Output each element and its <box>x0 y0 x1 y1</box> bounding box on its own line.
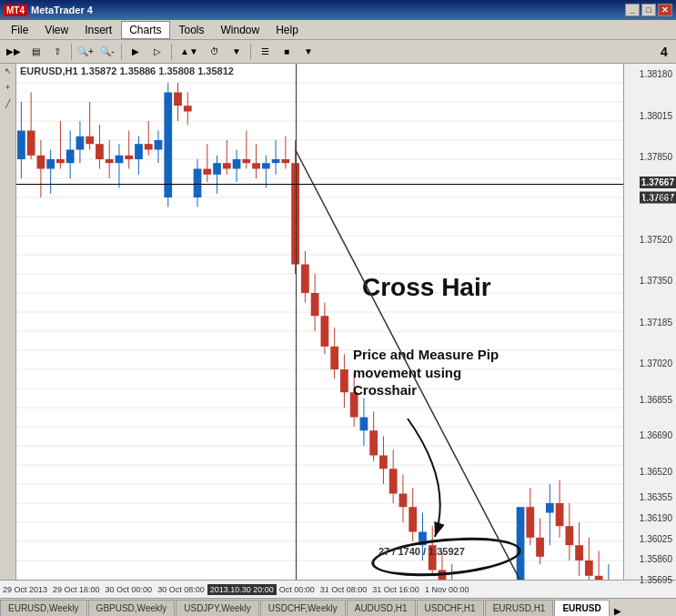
app-icon: MT4 <box>4 5 27 16</box>
toolbar-btn-3[interactable]: ⇧ <box>47 43 67 61</box>
time-label-highlight: 2013.10.30 20:00 <box>207 584 277 595</box>
chart-low: 1.35812 <box>197 66 234 76</box>
toolbar-btn-1[interactable]: ▶▶ <box>4 43 24 61</box>
tab-3[interactable]: USDCHF,Weekly <box>260 600 346 616</box>
price-label-1.36355: 1.36355 <box>640 492 674 502</box>
toolbar-btn-2[interactable]: ▤ <box>25 43 45 61</box>
toolbar-btn-10[interactable]: ■ <box>277 43 297 61</box>
time-label-3: 30 Oct 08:00 <box>155 585 207 594</box>
price-label-1.36690: 1.36690 <box>640 430 674 440</box>
toolbar-btn-9[interactable]: ☰ <box>255 43 275 61</box>
current-price-label: 1.37667 <box>640 177 676 188</box>
menu-view[interactable]: View <box>37 22 76 38</box>
price-label-1.37520: 1.37520 <box>640 234 674 244</box>
app-title: MetaTrader 4 <box>31 5 93 15</box>
price-label-1.35860: 1.35860 <box>640 554 674 564</box>
chart-bid: 1.35872 <box>81 66 117 76</box>
price-label-1.37185: 1.37185 <box>640 317 674 327</box>
price-label-1.37350: 1.37350 <box>640 276 674 286</box>
left-btn-crosshair[interactable]: + <box>1 83 15 97</box>
pip-value: 27 / 1740 / 1.35927 <box>378 546 465 557</box>
toolbar-btn-5[interactable]: ▷ <box>147 43 167 61</box>
time-label-2: 30 Oct 00:00 <box>103 585 156 594</box>
toolbar-sep-3 <box>171 44 172 60</box>
menu-charts[interactable]: Charts <box>121 21 169 39</box>
toolbar-btn-right[interactable]: 4 <box>656 43 672 61</box>
price-label-1.37685: 1.37685 <box>640 193 674 203</box>
tab-1[interactable]: GBPUSD,Weekly <box>88 600 176 616</box>
menu-help[interactable]: Help <box>268 22 306 38</box>
menu-file[interactable]: File <box>4 22 35 38</box>
chart-symbol: EURUSD,H1 <box>20 66 78 76</box>
toolbar-btn-8[interactable]: ▼ <box>227 43 247 61</box>
time-label-7: 31 Oct 16:00 <box>369 585 422 594</box>
tab-0[interactable]: EURUSD,Weekly <box>0 600 87 616</box>
price-label-1.38015: 1.38015 <box>640 110 674 120</box>
chart-header: EURUSD,H1 1.35872 1.35886 1.35808 1.3581… <box>20 66 234 76</box>
chart-area[interactable]: EURUSD,H1 1.35872 1.35886 1.35808 1.3581… <box>16 64 623 580</box>
price-label-1.36520: 1.36520 <box>640 466 674 476</box>
minimize-button[interactable]: _ <box>625 4 640 16</box>
time-label-0: 29 Oct 2013 <box>0 585 50 594</box>
main-container: ↖ + ╱ EURUSD,H1 1.35872 1.35886 1.35808 … <box>0 64 676 580</box>
tab-6[interactable]: EURUSD,H1 <box>485 600 554 616</box>
price-label-1.36190: 1.36190 <box>640 512 674 522</box>
tab-bar: EURUSD,Weekly GBPUSD,Weekly USDJPY,Weekl… <box>0 598 676 616</box>
toolbar-zoom-in[interactable]: 🔍+ <box>76 43 96 61</box>
tab-2[interactable]: USDJPY,Weekly <box>176 600 259 616</box>
price-label-1.38180: 1.38180 <box>640 69 674 79</box>
tab-7[interactable]: EURUSD <box>554 600 609 616</box>
price-label-1.36025: 1.36025 <box>640 533 674 543</box>
left-btn-line[interactable]: ╱ <box>1 99 15 114</box>
price-label-1.37850: 1.37850 <box>640 152 674 162</box>
time-label-8: 1 Nov 00:00 <box>422 585 472 594</box>
toolbar-btn-6[interactable]: ▲▼ <box>176 43 203 61</box>
price-label-1.37020: 1.37020 <box>640 358 674 368</box>
time-label-5: Oct 00:00 <box>277 585 318 594</box>
price-axis: 1.37667 1.381801.380151.378501.376851.37… <box>623 64 676 580</box>
toolbar-btn-7[interactable]: ⏱ <box>205 43 225 61</box>
toolbar-btn-4[interactable]: ▶ <box>126 43 146 61</box>
menu-window[interactable]: Window <box>214 22 267 38</box>
chart-ask: 1.35886 <box>119 66 156 76</box>
toolbar: ▶▶ ▤ ⇧ 🔍+ 🔍- ▶ ▷ ▲▼ ⏱ ▼ ☰ ■ ▼ 4 <box>0 40 676 64</box>
price-label-1.36855: 1.36855 <box>640 394 674 404</box>
time-axis: 29 Oct 2013 29 Oct 16:00 30 Oct 00:00 30… <box>0 580 676 598</box>
price-label-1.35695: 1.35695 <box>640 575 674 585</box>
tab-more[interactable]: ▶ <box>610 606 625 616</box>
toolbar-sep-2 <box>121 44 122 60</box>
left-btn-cursor[interactable]: ↖ <box>1 66 15 81</box>
menu-tools[interactable]: Tools <box>172 22 212 38</box>
tab-4[interactable]: AUDUSD,H1 <box>347 600 416 616</box>
restore-button[interactable]: □ <box>641 4 656 16</box>
time-label-6: 31 Oct 08:00 <box>318 585 370 594</box>
toolbar-sep-4 <box>250 44 251 60</box>
chart-canvas <box>16 64 623 580</box>
menu-bar: File View Insert Charts Tools Window Hel… <box>0 20 676 40</box>
toolbar-sep-1 <box>71 44 72 60</box>
title-bar: MT4 MetaTrader 4 _ □ ✕ <box>0 0 676 20</box>
toolbar-btn-11[interactable]: ▼ <box>298 43 318 61</box>
menu-insert[interactable]: Insert <box>77 22 119 38</box>
left-toolbar: ↖ + ╱ <box>0 64 16 580</box>
toolbar-zoom-out[interactable]: 🔍- <box>97 43 117 61</box>
chart-high: 1.35808 <box>158 66 195 76</box>
tab-5[interactable]: USDCHF,H1 <box>417 600 484 616</box>
time-label-1: 29 Oct 16:00 <box>50 585 103 594</box>
close-button[interactable]: ✕ <box>658 4 672 16</box>
